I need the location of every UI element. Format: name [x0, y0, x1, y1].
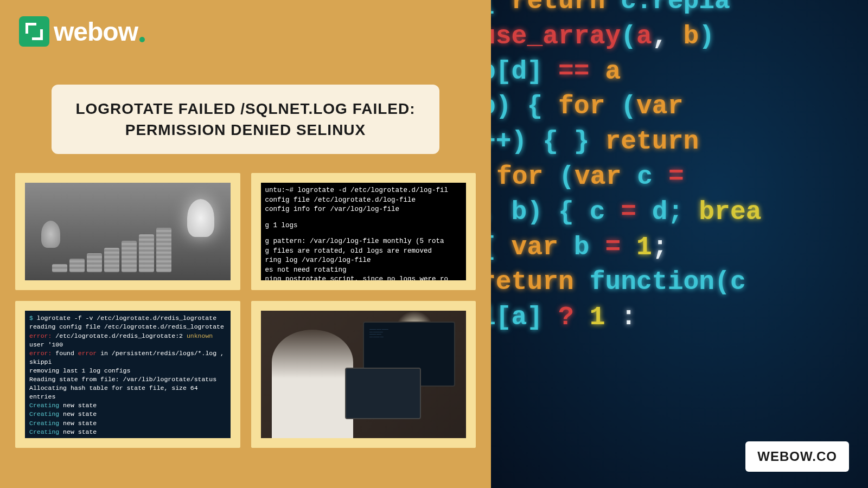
term2-line: Allocating hash table for state file, si…: [29, 384, 226, 401]
term2-creating: Creating: [29, 420, 59, 427]
term2-line: Reading state from file: /var/lib/logrot…: [29, 375, 226, 384]
term2-error: error:: [29, 350, 52, 357]
term2-line: found: [52, 350, 78, 357]
brand-dot-icon: [139, 37, 145, 42]
page-title: LOGROTATE FAILED /SQLNET.LOG FAILED: PER…: [73, 98, 418, 140]
term2-error: error: [78, 350, 97, 357]
code-background: { return c.repla use_array(a, b) b[d] ==…: [491, 0, 868, 335]
term2-line: new state: [59, 428, 97, 435]
term1-line: ning postrotate script, since no logs we…: [265, 275, 462, 280]
term2-creating: Creating: [29, 437, 59, 439]
term2-line: removing last 1 log configs: [29, 367, 226, 375]
term2-creating: Creating: [29, 402, 59, 409]
term1-line: ring log /var/log/log-file: [265, 256, 462, 266]
term1-line: es not need rotating: [265, 266, 462, 275]
logo-mark-icon: [19, 16, 49, 47]
term2-line: new state: [59, 437, 97, 439]
term1-line: config file /etc/logrotate.d/log-file: [265, 196, 462, 206]
term1-line: config info for /var/log/log-file: [265, 205, 462, 215]
term2-creating: Creating: [29, 428, 59, 435]
term2-warn: unknown: [187, 332, 213, 339]
term1-line: g files are rotated, old logs are remove…: [265, 247, 462, 256]
right-panel: { return c.repla use_array(a, b) b[d] ==…: [491, 0, 868, 488]
term2-creating: Creating: [29, 410, 59, 418]
left-panel: webow LOGROTATE FAILED /SQLNET.LOG FAILE…: [0, 0, 491, 488]
term2-line: new state: [59, 410, 97, 418]
thumb-terminal-logrotate: untu:~# logrotate -d /etc/logrotate.d/lo…: [251, 173, 476, 290]
term2-line: /etc/logrotate.d/redis_logrotate:2: [52, 332, 186, 339]
term2-line: reading config file /etc/logrotate.d/red…: [29, 323, 226, 331]
term2-line: new state: [59, 420, 97, 427]
thumb-terminal-error: $ logrotate -f -v /etc/logrotate.d/redis…: [15, 301, 240, 448]
term2-error: error:: [29, 332, 52, 339]
title-banner: LOGROTATE FAILED /SQLNET.LOG FAILED: PER…: [52, 85, 439, 154]
term2-prompt: $: [29, 314, 37, 322]
thumb-lightbulb: [15, 173, 240, 290]
term1-line: g pattern: /var/log/log-file monthly (5 …: [265, 237, 462, 247]
site-url-badge: WEBOW.CO: [745, 441, 849, 472]
term2-line: logrotate -f -v /etc/logrotate.d/redis_l…: [37, 314, 216, 322]
term1-line: untu:~# logrotate -d /etc/logrotate.d/lo…: [265, 186, 462, 196]
term2-line: user '100: [29, 341, 63, 348]
term2-line: new state: [59, 402, 97, 409]
image-grid: untu:~# logrotate -d /etc/logrotate.d/lo…: [11, 173, 480, 448]
thumb-workspace: ———— ——— —————— —————————— ————— ———— ——: [251, 301, 476, 448]
brand-name: webow: [54, 17, 138, 47]
brand-logo: webow: [19, 16, 480, 47]
term1-line: g 1 logs: [265, 221, 462, 231]
